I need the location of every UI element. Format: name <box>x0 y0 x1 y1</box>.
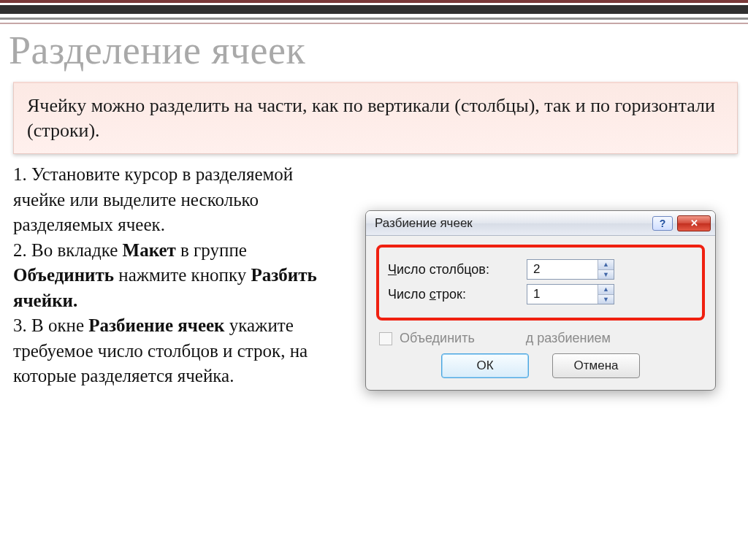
columns-down[interactable]: ▼ <box>598 270 614 280</box>
instructions: 1. Установите курсор в разделяемой ячейк… <box>13 162 327 389</box>
intro-box: Ячейку можно разделить на части, как по … <box>13 82 738 154</box>
help-button[interactable]: ? <box>652 216 673 231</box>
columns-spinner[interactable]: 2 ▲ ▼ <box>527 259 614 280</box>
rows-value[interactable]: 1 <box>527 285 598 304</box>
columns-label: Число столбцов: <box>388 262 527 277</box>
close-button[interactable]: ✕ <box>677 215 711 231</box>
columns-value[interactable]: 2 <box>527 260 598 279</box>
rows-down[interactable]: ▼ <box>598 295 614 304</box>
cancel-button[interactable]: Отмена <box>552 353 640 378</box>
split-cells-dialog: Разбиение ячеек ? ✕ Число столбцов: 2 ▲ … <box>365 210 716 391</box>
merge-label-a: Объединить <box>400 331 475 346</box>
merge-before-split-row: Объединить д разбиением <box>379 331 702 346</box>
rows-spinner[interactable]: 1 ▲ ▼ <box>527 284 614 304</box>
dialog-titlebar: Разбиение ячеек ? ✕ <box>366 211 715 236</box>
merge-checkbox[interactable] <box>379 332 392 345</box>
rows-label: Число строк: <box>388 287 527 302</box>
highlighted-inputs: Число столбцов: 2 ▲ ▼ Число строк: 1 <box>376 245 705 321</box>
dialog-title: Разбиение ячеек <box>375 216 648 231</box>
columns-up[interactable]: ▲ <box>598 260 614 270</box>
merge-label-b: д разбиением <box>526 331 611 346</box>
ok-button[interactable]: ОК <box>441 353 529 378</box>
rows-up[interactable]: ▲ <box>598 285 614 295</box>
slide-title: Разделение ячеек <box>9 28 305 73</box>
slide-top-decoration <box>0 0 748 24</box>
